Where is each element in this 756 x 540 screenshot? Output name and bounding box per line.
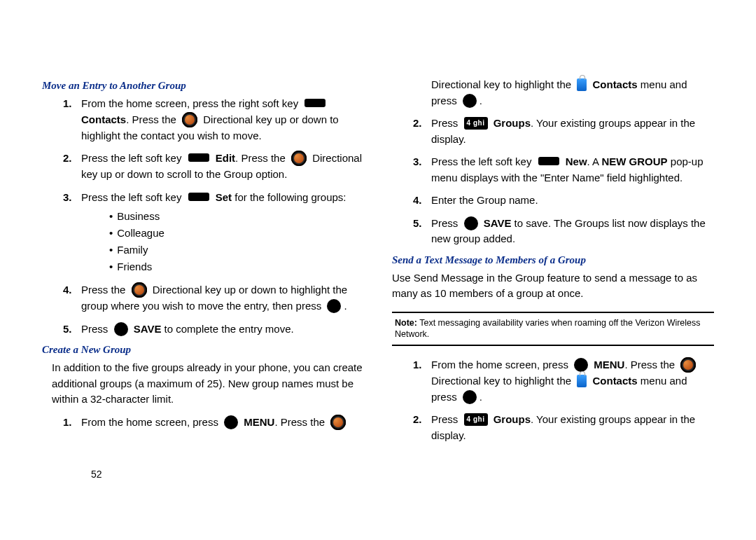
steps-move-entry: 1. From the home screen, press the right… [42,96,364,337]
ok-key-icon [463,94,477,108]
note-label: Note: [395,318,417,328]
step-4: 4. Press the Directional key up or down … [63,282,364,314]
step-2: 2. Press 4 ghi Groups. Your existing gro… [413,412,714,443]
heading-create-group: Create a New Group [42,344,364,356]
step-4: 4. Enter the Group name. [413,193,714,209]
directional-key-icon [680,357,696,373]
page-number: 52 [91,469,102,480]
list-item: Business [109,208,364,225]
list-item: Family [109,242,364,258]
left-soft-key-icon [188,153,209,162]
steps-create-group: 1. From the home screen, press MENU. Pre… [42,415,364,431]
contacts-card-icon [577,375,587,387]
left-soft-key-icon [188,193,209,201]
steps-create-group-cont: Directional key to highlight the Contact… [392,77,714,247]
directional-key-icon [330,415,346,430]
contacts-card-icon [577,78,587,91]
note-box: Note: Text messaging availability varies… [392,312,714,347]
keypad-4-icon: 4 ghi [464,413,488,426]
directional-key-icon [291,151,307,166]
step-2: 2. Press 4 ghi Groups. Your existing gro… [413,116,714,147]
directional-key-icon [182,112,197,127]
step-1: 1. From the home screen, press the right… [63,96,364,144]
step-5: 5. Press SAVE to complete the entry move… [63,321,364,338]
send-text-intro: Use Send Message in the Group feature to… [392,270,714,302]
manual-page: Move an Entry to Another Group 1. From t… [0,0,756,478]
ok-key-icon [464,216,478,230]
left-soft-key-icon [538,157,559,165]
step-3: 3. Press the left soft key New. A NEW GR… [413,154,714,186]
step-1: 1. From the home screen, press MENU. Pre… [63,415,364,431]
left-column: Move an Entry to Another Group 1. From t… [42,77,364,450]
keypad-4-icon: 4 ghi [464,117,488,130]
ok-key-icon [327,299,341,313]
directional-key-icon [132,282,147,298]
step-2: 2. Press the left soft key Edit. Press t… [63,151,364,183]
right-soft-key-icon [304,99,326,107]
group-list: Business Colleague Family Friends [81,208,364,275]
create-group-intro: In addition to the five groups already i… [52,360,364,408]
heading-move-entry: Move an Entry to Another Group [42,80,364,92]
list-item: Friends [109,258,364,275]
ok-key-icon [463,390,477,404]
step-5: 5. Press SAVE to save. The Groups list n… [413,216,714,247]
ok-key-icon [224,415,238,429]
heading-send-text: Send a Text Message to Members of a Grou… [392,254,714,266]
step-cont: Directional key to highlight the Contact… [413,77,714,109]
step-1: 1. From the home screen, press MENU. Pre… [413,357,714,405]
ok-key-icon [114,322,128,336]
step-3: 3. Press the left soft key Set for the f… [63,190,364,276]
ok-key-icon [574,358,588,372]
steps-send-text: 1. From the home screen, press MENU. Pre… [392,357,714,443]
right-column: Directional key to highlight the Contact… [392,77,714,450]
note-text: Text messaging availability varies when … [395,318,701,340]
list-item: Colleague [109,225,364,242]
